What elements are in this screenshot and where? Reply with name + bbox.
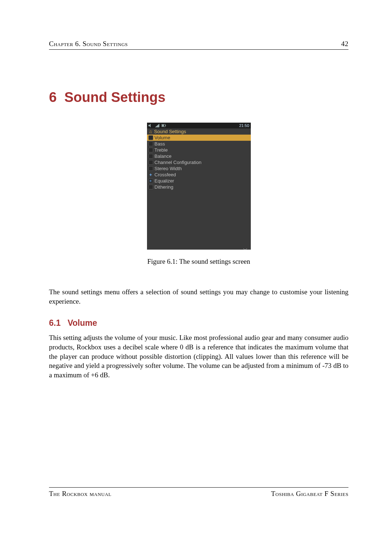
intro-paragraph: The sound settings menu offers a selecti… [49,287,348,306]
slider-icon [148,185,153,189]
screenshot-menu-item[interactable]: Dithering [147,184,251,190]
battery-icon [162,124,166,127]
slider-icon [148,160,153,165]
page: Chapter 6. Sound Settings 42 6 Sound Set… [0,0,392,554]
slider-icon [148,141,153,146]
subsection-number: 6.1 [49,318,61,328]
screenshot-menu-item[interactable]: Balance [147,153,251,159]
screenshot-menu-item[interactable]: Stereo Width [147,165,251,172]
screenshot: 21:50 ♫ Sound Settings VolumeBassTrebleB… [147,123,251,250]
screenshot-status-bar: 21:50 [147,123,251,128]
screenshot-menu-item-label: Equalizer [155,178,174,184]
page-header: Chapter 6. Sound Settings 42 [49,40,348,48]
eq-icon: ≡ [148,178,153,183]
screenshot-menu-item[interactable]: Treble [147,147,251,153]
screenshot-menu-item-label: Bass [155,141,165,147]
screenshot-menu-item[interactable]: +Crossfeed [147,172,251,178]
signal-icon [155,124,159,127]
subsection-title: Volume [68,318,97,328]
header-left: Chapter 6. Sound Settings [49,40,128,48]
screenshot-menu: VolumeBassTrebleBalanceChannel Configura… [147,135,251,190]
figure: 21:50 ♫ Sound Settings VolumeBassTrebleB… [49,123,348,266]
volume-paragraph: This setting adjusts the volume of your … [49,333,348,379]
svg-rect-3 [165,125,166,126]
chapter-heading: 6 Sound Settings [49,90,348,105]
screenshot-menu-item[interactable]: Bass [147,141,251,147]
subsection-heading: 6.1 Volume [49,318,348,328]
slider-icon [148,135,153,140]
status-icons [148,124,166,127]
footer-left: The Rockbox manual [49,490,111,498]
music-note-icon: ♫ [148,130,153,134]
screenshot-menu-item-label: Dithering [155,184,173,190]
screenshot-menu-item-label: Balance [155,153,172,159]
footer-right: Toshiba Gigabeat F Series [271,490,348,498]
svg-rect-4 [162,124,164,126]
screenshot-menu-item[interactable]: Channel Configuration [147,159,251,165]
screenshot-menu-item-label: Crossfeed [155,172,176,177]
svg-marker-0 [148,124,151,127]
chapter-title-text: Sound Settings [64,90,166,105]
slider-icon [148,148,153,152]
plus-icon: + [148,172,153,177]
page-footer: The Rockbox manual Toshiba Gigabeat F Se… [49,487,348,498]
screenshot-menu-item[interactable]: ≡Equalizer [147,178,251,184]
status-time: 21:50 [239,123,249,128]
screenshot-menu-item-label: Stereo Width [155,166,182,171]
screenshot-menu-item-label: Treble [155,147,168,153]
slider-icon [148,166,153,171]
rockbox-logo: ROCKbox [241,248,249,250]
slider-icon [148,154,153,159]
speaker-icon [148,124,153,127]
figure-caption: Figure 6.1: The sound settings screen [147,258,250,266]
page-number: 42 [341,40,348,48]
screenshot-menu-item-label: Volume [155,135,170,140]
screenshot-title-row: ♫ Sound Settings [147,128,251,135]
footer-rule [49,487,348,488]
screenshot-menu-item-label: Channel Configuration [155,160,201,165]
screenshot-title: Sound Settings [154,129,186,134]
chapter-number: 6 [49,90,57,105]
screenshot-menu-item[interactable]: Volume [147,135,251,141]
svg-marker-1 [155,124,159,127]
header-rule [49,49,348,50]
